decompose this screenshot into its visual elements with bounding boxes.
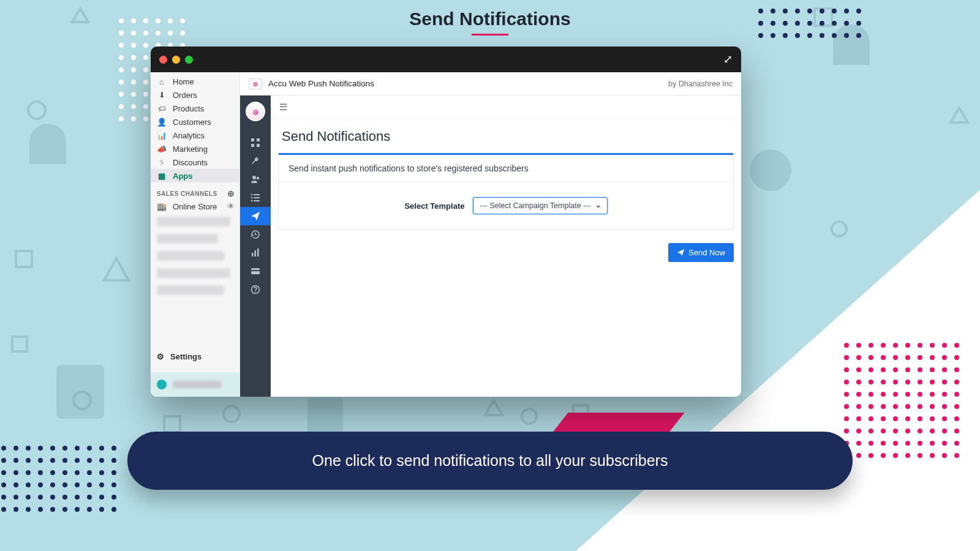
caption-pill: One click to send notifications to all y… [127, 432, 853, 490]
nav-label: Orders [173, 91, 197, 100]
window-titlebar: ⤢ [151, 47, 741, 72]
send-now-button[interactable]: Send Now [668, 243, 734, 262]
svg-rect-33 [251, 270, 260, 271]
sidebar-item-discounts[interactable]: ﹪ Discounts [151, 156, 239, 169]
sidebar-item-customers[interactable]: 👤 Customers [151, 115, 239, 129]
sidebar-item-analytics[interactable]: 📊 Analytics [151, 129, 239, 142]
nav-dashboard-icon[interactable] [240, 133, 271, 152]
dot-grid-bottom-left [1, 446, 116, 512]
plus-icon[interactable]: ⊕ [227, 189, 235, 198]
svg-point-7 [224, 406, 239, 422]
svg-point-13 [832, 222, 846, 236]
nav-chart-icon[interactable] [240, 244, 271, 262]
sidebar-item-home[interactable]: ⌂ Home [151, 75, 239, 88]
embedded-app-area: ◎ Accu Web Push Notifications by Dhanash… [240, 72, 741, 397]
app-main: ☰ Send Notifications Send instant push n… [271, 96, 741, 397]
svg-rect-19 [251, 144, 254, 147]
eye-icon[interactable]: 👁 [227, 202, 235, 211]
svg-point-35 [255, 291, 256, 293]
send-label: Send Now [688, 248, 725, 257]
app-vertical-nav: ◎ [240, 96, 271, 397]
gear-icon: ⚙ [157, 352, 164, 361]
nav-card-icon[interactable] [240, 262, 271, 280]
svg-rect-26 [254, 197, 260, 198]
nav-users-icon[interactable] [240, 170, 271, 189]
orders-icon: ⬇ [157, 91, 167, 100]
store-avatar-icon [157, 380, 167, 389]
sidebar-item-orders[interactable]: ⬇ Orders [151, 88, 239, 102]
bars-icon: 📊 [157, 131, 167, 140]
svg-point-25 [251, 197, 253, 199]
svg-point-15 [750, 149, 791, 191]
store-icon: 🏬 [157, 202, 167, 211]
svg-marker-12 [951, 108, 968, 122]
svg-rect-17 [251, 138, 254, 141]
nav-label: Apps [173, 171, 193, 181]
svg-rect-28 [254, 200, 260, 201]
page-heading: Send Notifications [0, 9, 980, 29]
svg-rect-1 [16, 251, 32, 267]
nav-wrench-icon[interactable] [240, 152, 271, 170]
nav-label: Analytics [173, 131, 205, 140]
sidebar-item-marketing[interactable]: 📣 Marketing [151, 142, 239, 156]
nav-send-icon[interactable] [240, 207, 271, 225]
nav-list-icon[interactable] [240, 189, 271, 207]
heading-underline [472, 34, 508, 36]
app-window: ⤢ ⌂ Home ⬇ Orders 🏷︎ Products 👤 Customer… [151, 47, 741, 397]
nav-label: Discounts [173, 158, 208, 167]
blurred-store-name [173, 381, 222, 388]
shopify-sidebar: ⌂ Home ⬇ Orders 🏷︎ Products 👤 Customers … [151, 72, 240, 397]
sidebar-item-settings[interactable]: ⚙ Settings [151, 345, 239, 372]
app-brand-icon: ◎ [246, 102, 265, 121]
megaphone-icon: 📣 [157, 144, 167, 154]
campaign-template-select[interactable]: --- Select Campaign Template --- [473, 197, 607, 214]
apps-icon: ▦ [157, 171, 167, 181]
select-value: --- Select Campaign Template --- [480, 201, 590, 210]
nav-help-icon[interactable] [240, 280, 271, 299]
svg-rect-24 [254, 194, 260, 195]
svg-point-0 [28, 102, 45, 119]
app-logo-icon: ◎ [249, 78, 262, 89]
blurred-item [157, 251, 224, 261]
sidebar-item-apps[interactable]: ▦ Apps [151, 169, 239, 182]
page-title: Send Notifications [271, 119, 741, 153]
svg-point-27 [251, 200, 253, 202]
store-chip[interactable] [151, 372, 239, 397]
svg-rect-29 [252, 253, 254, 257]
nav-label: Products [173, 104, 204, 113]
app-title: Accu Web Push Notifications [268, 79, 374, 88]
blurred-item [157, 268, 230, 278]
close-icon[interactable] [159, 56, 167, 64]
svg-marker-2 [104, 258, 129, 280]
sidebar-item-products[interactable]: 🏷︎ Products [151, 102, 239, 115]
blurred-item [157, 234, 218, 244]
svg-rect-30 [255, 250, 257, 257]
hamburger-button[interactable]: ☰ [271, 96, 741, 119]
select-template-label: Select Template [404, 201, 464, 211]
minimize-icon[interactable] [172, 56, 180, 64]
expand-icon[interactable]: ⤢ [723, 53, 733, 66]
svg-point-21 [252, 176, 256, 179]
svg-point-23 [251, 194, 253, 196]
svg-rect-18 [257, 138, 260, 141]
svg-marker-8 [485, 400, 502, 415]
blurred-item [157, 285, 224, 295]
home-icon: ⌂ [157, 77, 167, 86]
svg-rect-20 [257, 144, 260, 147]
nav-history-icon[interactable] [240, 225, 271, 244]
user-icon: 👤 [157, 118, 167, 127]
window-controls [159, 56, 193, 64]
svg-rect-31 [257, 249, 259, 257]
sidebar-section-sales-channels: SALES CHANNELS ⊕ [151, 182, 239, 200]
zoom-icon[interactable] [185, 56, 193, 64]
nav-label: Online Store [173, 202, 217, 211]
svg-rect-14 [56, 365, 104, 419]
tag-icon: 🏷︎ [157, 104, 167, 113]
nav-label: Home [173, 77, 194, 86]
app-publisher: by Dhanashree Inc [668, 80, 733, 88]
discount-icon: ﹪ [157, 157, 167, 168]
svg-point-22 [257, 177, 259, 179]
sidebar-item-online-store[interactable]: 🏬 Online Store 👁 [151, 200, 239, 213]
svg-rect-4 [12, 337, 27, 351]
svg-rect-6 [164, 416, 180, 432]
